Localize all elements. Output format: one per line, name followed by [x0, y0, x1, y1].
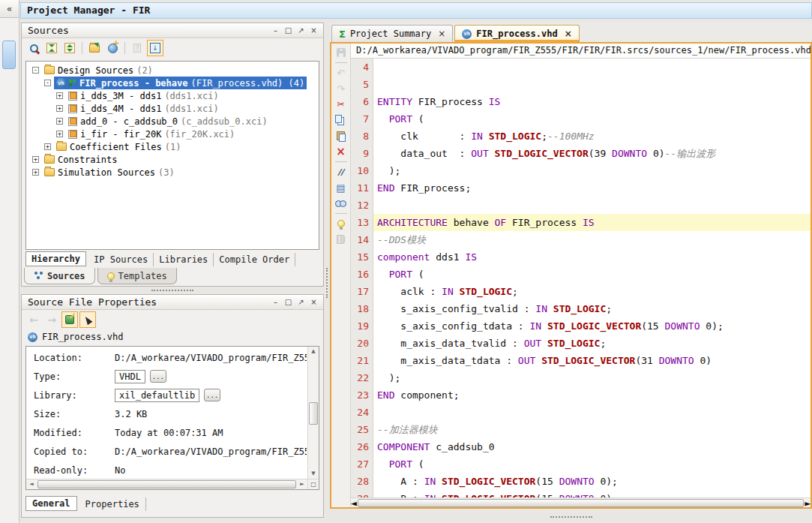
collapse-expander-icon[interactable]: - — [44, 80, 51, 86]
expand-expander-icon[interactable]: + — [32, 156, 39, 163]
property-input[interactable]: VHDL — [115, 370, 145, 383]
dictionary-icon-button[interactable] — [334, 232, 349, 247]
editor-horizontal-scrollbar[interactable]: ◄ ► — [351, 497, 811, 507]
find-icon-button[interactable] — [334, 196, 349, 211]
horizontal-scrollbar[interactable]: ◄ ► — [26, 479, 307, 489]
search-icon-button[interactable] — [25, 40, 42, 56]
tree-item[interactable]: +i_dds_4M - dds1(dds1.xci) — [26, 102, 319, 115]
code-line: 8 clk : IN STD_LOGIC;--100MHz — [351, 128, 811, 145]
property-row: Library:xil_defaultlib... — [26, 386, 307, 404]
expand-box-button[interactable]: □ — [307, 479, 319, 489]
float-icon[interactable]: ↗ — [295, 296, 307, 308]
comment-icon-button[interactable]: // — [334, 164, 349, 179]
minimize-icon[interactable]: – — [269, 296, 282, 308]
back-icon-button[interactable]: ← — [25, 311, 42, 328]
add-sources-icon-button[interactable] — [104, 40, 121, 56]
open-folder-icon-button[interactable] — [86, 40, 103, 56]
vertical-splitter[interactable] — [324, 20, 330, 523]
close-icon[interactable]: × — [307, 296, 320, 308]
tree-item[interactable]: +add_0 - c_addsub_0(c_addsub_0.xci) — [26, 115, 319, 128]
line-number: 27 — [351, 455, 373, 473]
undo-icon-button[interactable]: ↶ — [334, 65, 349, 80]
tree-item-content: Coefficient Files(1) — [54, 140, 184, 153]
sources-tree[interactable]: -Design Sources(2)-vhFIR_process - behav… — [25, 61, 319, 250]
tree-item[interactable]: +i_fir - fir_20K(fir_20K.xci) — [26, 128, 319, 140]
line-number: 26 — [351, 438, 373, 455]
forward-icon-button[interactable]: → — [43, 311, 60, 328]
scroll-left-button[interactable]: ◄ — [26, 479, 37, 489]
tree-item[interactable]: +Coefficient Files(1) — [26, 140, 319, 153]
scroll-down-button[interactable]: ▼ — [308, 469, 319, 479]
scroll-right-button[interactable]: ► — [805, 497, 811, 509]
editor-tab-fir-process-vhd[interactable]: vhFIR_process.vhd× — [454, 25, 579, 42]
tree-item[interactable]: -Design Sources(2) — [26, 64, 319, 77]
browse-button[interactable]: ... — [150, 370, 166, 383]
close-icon[interactable]: × — [307, 25, 320, 36]
scroll-right-button[interactable]: ► — [297, 479, 307, 489]
paste-icon-button[interactable] — [334, 128, 349, 143]
line-number: 17 — [351, 283, 373, 300]
lightbulb-icon-button[interactable] — [334, 216, 349, 231]
expand-expander-icon[interactable]: + — [56, 105, 63, 112]
view-tab-ip-sources[interactable]: IP Sources — [88, 253, 154, 266]
tree-item[interactable]: +Simulation Sources(3) — [26, 166, 319, 179]
expand-expander-icon[interactable]: + — [44, 143, 51, 150]
minimize-icon[interactable]: – — [269, 25, 282, 36]
expand-expander-icon[interactable]: + — [32, 169, 39, 176]
scroll-up-button[interactable]: ▲ — [308, 347, 319, 356]
code-line: 23END component; — [351, 386, 811, 404]
horizontal-splitter[interactable] — [21, 287, 324, 294]
browse-button[interactable]: ... — [204, 389, 220, 401]
redo-icon-button[interactable]: ↷ — [334, 81, 349, 96]
tree-item[interactable]: +i_dds_3M - dds1(dds1.xci) — [26, 89, 319, 102]
view-tab-compile-order[interactable]: Compile Order — [214, 253, 295, 266]
horizontal-scroll-thumb[interactable] — [358, 499, 804, 507]
scroll-left-button[interactable]: ◄ — [351, 497, 357, 509]
save-icon-button[interactable] — [334, 45, 349, 60]
editor-tab-project-summary[interactable]: ΣProject Summary× — [331, 25, 453, 42]
collapse-expander-icon[interactable]: - — [32, 67, 39, 74]
property-label: Type: — [34, 371, 115, 382]
maximize-icon[interactable]: □ — [282, 25, 295, 36]
back-icon: ← — [29, 314, 38, 326]
code-text — [373, 59, 811, 76]
tree-item-label: Design Sources — [58, 65, 133, 76]
panel-tab-sources[interactable]: Sources — [24, 268, 95, 284]
collapsed-panel-button[interactable] — [2, 41, 16, 69]
delete-icon-button[interactable]: × — [334, 144, 349, 159]
select-cursor-icon-button[interactable] — [79, 311, 96, 328]
close-tab-icon[interactable]: × — [438, 29, 445, 39]
bottom-tab-properties[interactable]: Properties — [79, 497, 146, 511]
edit-properties-icon-button[interactable] — [61, 311, 78, 328]
code-line: 25--加法器模块 — [351, 421, 811, 438]
indent-icon-button[interactable]: ▤ — [334, 180, 349, 195]
view-tab-hierarchy[interactable]: Hierarchy — [25, 251, 86, 266]
copy-icon-button[interactable] — [334, 113, 349, 128]
expand-expander-icon[interactable]: + — [56, 92, 63, 99]
editor-bottom-splitter[interactable] — [330, 511, 812, 523]
cut-icon-button[interactable]: ✂ — [334, 97, 349, 112]
horizontal-scroll-thumb[interactable] — [37, 480, 296, 488]
panel-tab-templates[interactable]: Templates — [97, 268, 177, 284]
code-editor[interactable]: 456ENTITY FIR_process IS7 PORT (8 clk : … — [351, 59, 811, 497]
tree-item-label: FIR_process - behave — [79, 78, 188, 89]
collapse-rail-button[interactable]: « — [0, 0, 19, 18]
help-icon-button[interactable]: ? — [129, 40, 145, 56]
properties-file-row: vh FIR_process.vhd — [22, 329, 323, 344]
maximize-icon[interactable]: □ — [282, 296, 295, 308]
property-input[interactable]: xil_defaultlib — [115, 389, 199, 402]
expand-all-icon-button[interactable] — [61, 40, 78, 56]
view-tab-libraries[interactable]: Libraries — [154, 253, 214, 266]
scroll-to-selected-icon-button[interactable]: ↓ — [147, 40, 163, 56]
sources-panel: Sources –□↗× ?↓ -Design Sources(2)-vhFIR… — [21, 23, 324, 287]
tree-item[interactable]: -vhFIR_process - behave(FIR_process.vhd)… — [26, 77, 319, 89]
float-icon[interactable]: ↗ — [295, 25, 307, 36]
close-tab-icon[interactable]: × — [565, 29, 572, 39]
vertical-scrollbar[interactable]: ▲ ▼ — [307, 347, 319, 479]
expand-expander-icon[interactable]: + — [56, 131, 63, 137]
vertical-scroll-thumb[interactable] — [309, 402, 318, 425]
collapse-all-icon-button[interactable] — [43, 40, 60, 56]
bottom-tab-general[interactable]: General — [25, 496, 77, 511]
expand-expander-icon[interactable]: + — [56, 118, 63, 125]
tree-item[interactable]: +Constraints — [26, 153, 319, 166]
